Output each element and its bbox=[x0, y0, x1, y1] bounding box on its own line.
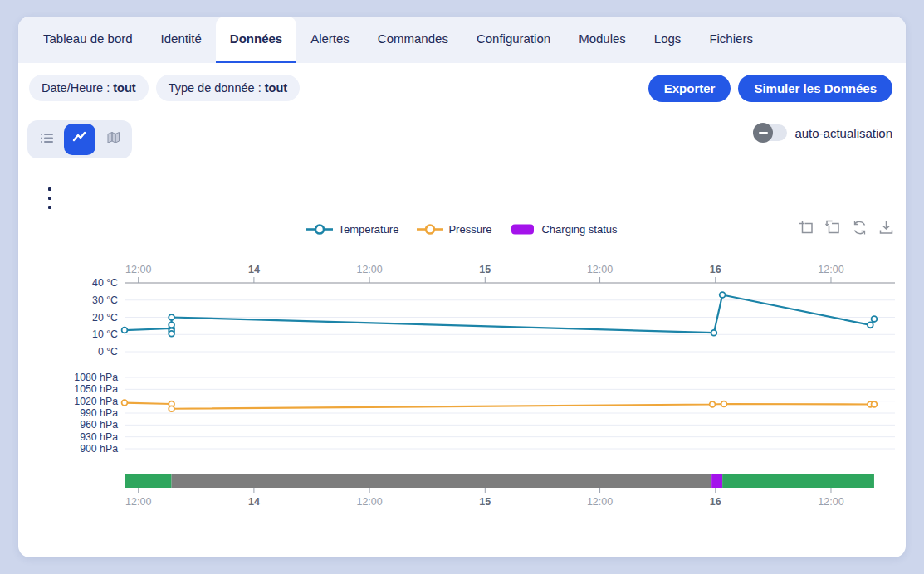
tab-modules[interactable]: Modules bbox=[565, 17, 640, 63]
line-chart-icon bbox=[71, 129, 88, 149]
chart-canvas[interactable]: 12:001412:001512:001612:0040 °C30 °C20 °… bbox=[51, 253, 901, 514]
filter-action-row: Date/Heure : toutType de donnée : tout E… bbox=[29, 75, 892, 102]
pressure-series bbox=[122, 400, 878, 411]
filter-chip-type-de-donnee[interactable]: Type de donnée : tout bbox=[156, 75, 300, 101]
svg-text:1080 hPa: 1080 hPa bbox=[74, 372, 118, 383]
svg-text:900 hPa: 900 hPa bbox=[80, 443, 118, 455]
simulate-data-button[interactable]: Simuler les Données bbox=[738, 75, 892, 102]
chart-header: TemperaturePressureCharging status bbox=[18, 218, 906, 240]
restore-icon[interactable] bbox=[852, 220, 868, 236]
tab-commandes[interactable]: Commandes bbox=[364, 17, 462, 63]
auto-refresh-control: auto-actualisation bbox=[755, 124, 892, 141]
svg-text:10 °C: 10 °C bbox=[92, 328, 118, 340]
tab-donnees[interactable]: Données bbox=[216, 17, 296, 63]
svg-text:990 hPa: 990 hPa bbox=[80, 407, 118, 419]
svg-text:40 °C: 40 °C bbox=[92, 277, 118, 289]
svg-text:14: 14 bbox=[248, 496, 260, 508]
pressure-y-axis: 1080 hPa1050 hPa1020 hPa990 hPa960 hPa93… bbox=[74, 372, 895, 455]
temperature-series bbox=[122, 292, 878, 336]
view-switcher bbox=[27, 120, 132, 158]
svg-text:12:00: 12:00 bbox=[356, 264, 382, 275]
export-button[interactable]: Exporter bbox=[648, 75, 731, 102]
svg-text:30 °C: 30 °C bbox=[92, 294, 118, 306]
list-icon bbox=[39, 130, 55, 149]
svg-text:12:00: 12:00 bbox=[125, 496, 151, 508]
svg-text:12:00: 12:00 bbox=[587, 496, 613, 508]
tab-alertes[interactable]: Alertes bbox=[296, 17, 364, 63]
legend-item-pressure[interactable]: Pressure bbox=[417, 223, 491, 236]
tab-logs[interactable]: Logs bbox=[640, 17, 696, 63]
svg-text:12:00: 12:00 bbox=[818, 264, 843, 275]
map-view-button[interactable] bbox=[97, 124, 129, 155]
auto-refresh-label: auto-actualisation bbox=[794, 126, 892, 140]
map-icon bbox=[105, 130, 121, 149]
chart-toolbox bbox=[799, 220, 894, 236]
temperature-y-axis: 40 °C30 °C20 °C10 °C0 °C bbox=[92, 277, 895, 358]
svg-text:930 hPa: 930 hPa bbox=[80, 431, 118, 443]
x-axis-bottom: 12:001412:001512:001612:00 bbox=[125, 488, 844, 508]
zoom-select-icon[interactable] bbox=[799, 220, 814, 236]
svg-text:12:00: 12:00 bbox=[818, 496, 843, 508]
chart-menu-button[interactable] bbox=[44, 187, 56, 209]
svg-text:15: 15 bbox=[479, 496, 491, 508]
legend-item-charging-status[interactable]: Charging status bbox=[510, 223, 617, 236]
toggle-knob bbox=[753, 123, 773, 143]
chart-view-button[interactable] bbox=[64, 124, 95, 155]
filter-chip-date-heure[interactable]: Date/Heure : tout bbox=[29, 75, 149, 101]
list-view-button[interactable] bbox=[31, 124, 62, 155]
tab-bar: Tableau de bordIdentitéDonnéesAlertesCom… bbox=[18, 17, 906, 63]
chart-legend: TemperaturePressureCharging status bbox=[18, 218, 906, 240]
svg-text:0 °C: 0 °C bbox=[98, 346, 118, 358]
svg-text:1020 hPa: 1020 hPa bbox=[74, 396, 118, 407]
view-toggle-row: auto-actualisation bbox=[27, 120, 892, 158]
x-axis-top: 12:001412:001512:001612:00 bbox=[125, 264, 895, 283]
svg-text:1050 hPa: 1050 hPa bbox=[74, 383, 118, 395]
charging-status-band bbox=[125, 474, 874, 488]
svg-text:960 hPa: 960 hPa bbox=[80, 419, 118, 430]
svg-text:12:00: 12:00 bbox=[356, 496, 382, 508]
svg-text:16: 16 bbox=[710, 496, 721, 508]
tab-configuration[interactable]: Configuration bbox=[462, 17, 565, 63]
action-buttons: Exporter Simuler les Données bbox=[648, 75, 892, 102]
device-data-panel: Tableau de bordIdentitéDonnéesAlertesCom… bbox=[18, 17, 906, 557]
tab-tableau-de-bord[interactable]: Tableau de bord bbox=[29, 17, 147, 63]
filter-chips: Date/Heure : toutType de donnée : tout bbox=[29, 75, 300, 101]
svg-text:15: 15 bbox=[479, 264, 491, 275]
download-icon[interactable] bbox=[878, 220, 894, 236]
legend-item-temperature[interactable]: Temperature bbox=[306, 223, 398, 236]
tab-identite[interactable]: Identité bbox=[147, 17, 216, 63]
zoom-back-icon[interactable] bbox=[825, 220, 841, 236]
auto-refresh-toggle[interactable] bbox=[755, 124, 787, 141]
svg-text:16: 16 bbox=[710, 264, 721, 275]
svg-text:12:00: 12:00 bbox=[587, 264, 613, 275]
tab-fichiers[interactable]: Fichiers bbox=[695, 17, 767, 63]
svg-text:20 °C: 20 °C bbox=[92, 312, 118, 323]
svg-text:14: 14 bbox=[248, 264, 260, 275]
svg-text:12:00: 12:00 bbox=[125, 264, 151, 275]
